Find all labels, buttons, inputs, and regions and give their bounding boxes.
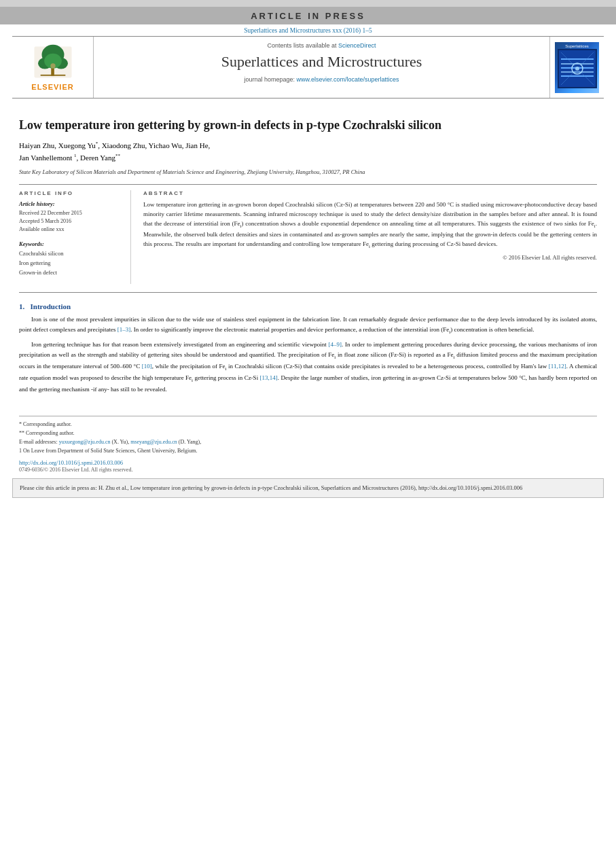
citation-box: Please cite this article in press as: H.… xyxy=(12,478,604,498)
keywords-heading: Keywords: xyxy=(19,240,122,247)
elsevier-tree-icon xyxy=(29,43,77,81)
ref-13-14[interactable]: [13,14] xyxy=(260,374,278,381)
keyword-1: Czochralski silicon xyxy=(19,249,122,259)
introduction-heading: 1. Introduction xyxy=(19,302,597,310)
abstract-text: Low temperature iron gettering in as-gro… xyxy=(143,200,597,250)
footnote-emails: E-mail addresses: yuxuegong@zju.edu.cn (… xyxy=(19,438,597,447)
journal-ref-text: Superlattices and Microstructures xxx (2… xyxy=(244,27,372,34)
journal-ref-line: Superlattices and Microstructures xxx (2… xyxy=(0,24,616,36)
abstract-label: ABSTRACT xyxy=(143,190,597,196)
svg-rect-2 xyxy=(40,75,65,76)
homepage-link[interactable]: www.elsevier.com/locate/superlattices xyxy=(297,76,399,83)
received-date: Received 22 December 2015 xyxy=(19,209,122,217)
elsevier-logo: ELSEVIER xyxy=(29,43,77,91)
ref-1-3[interactable]: [1–3] xyxy=(117,326,131,333)
footnote-1: 1 On Leave from Department of Solid Stat… xyxy=(19,447,597,456)
footnote-corresponding-1: * Corresponding author. xyxy=(19,420,597,429)
superlattices-cover-image: Superlattices xyxy=(555,42,599,93)
elsevier-logo-area: ELSEVIER xyxy=(12,37,94,98)
article-info-abstract-section: ARTICLE INFO Article history: Received 2… xyxy=(19,184,597,284)
accepted-date: Accepted 5 March 2016 xyxy=(19,217,122,226)
svg-point-18 xyxy=(575,67,579,71)
main-content: Low temperature iron gettering by grown-… xyxy=(0,99,616,405)
aip-banner: ARTICLE IN PRESS xyxy=(0,7,616,24)
email-1-person: (X. Yu), xyxy=(111,439,129,445)
journal-center: Contents lists available at ScienceDirec… xyxy=(94,37,549,98)
email-2-person: (D. Yang), xyxy=(179,439,201,445)
doi-line[interactable]: http://dx.doi.org/10.1016/j.spmi.2016.03… xyxy=(19,459,597,466)
citation-text: Please cite this article in press as: H.… xyxy=(20,484,522,491)
email-2-link[interactable]: mseyang@zju.edu.cn xyxy=(130,439,177,445)
abstract-column: ABSTRACT Low temperature iron gettering … xyxy=(143,190,597,284)
superlattices-label: Superlattices xyxy=(565,44,589,49)
contents-prefix: Contents lists available at xyxy=(267,42,338,49)
email-prefix: E-mail addresses: xyxy=(19,439,59,445)
footnotes-area: * Corresponding author. ** Corresponding… xyxy=(19,416,597,455)
copyright-line: © 2016 Elsevier Ltd. All rights reserved… xyxy=(143,254,597,261)
article-title: Low temperature iron gettering by grown-… xyxy=(19,118,597,133)
homepage-prefix: journal homepage: xyxy=(244,76,296,83)
ref-10[interactable]: [10] xyxy=(142,363,152,370)
section-title-text: Introduction xyxy=(31,302,71,310)
intro-para-2: Iron gettering technique has for that re… xyxy=(19,340,597,394)
journal-title: Superlattices and Microstructures xyxy=(101,53,543,71)
contents-line: Contents lists available at ScienceDirec… xyxy=(101,42,543,49)
intro-para-1: Iron is one of the most prevalent impuri… xyxy=(19,315,597,336)
article-info-column: ARTICLE INFO Article history: Received 2… xyxy=(19,190,131,284)
available-online: Available online xxx xyxy=(19,226,122,234)
section-divider xyxy=(19,292,597,293)
aip-banner-text: ARTICLE IN PRESS xyxy=(251,11,365,21)
keyword-2: Iron gettering xyxy=(19,259,122,268)
journal-header: ELSEVIER Contents lists available at Sci… xyxy=(12,36,604,99)
svg-point-7 xyxy=(50,63,55,68)
ref-11-12[interactable]: [11,12] xyxy=(549,363,566,370)
keyword-3: Grown-in defect xyxy=(19,268,122,278)
email-1-link[interactable]: yuxuegong@zju.edu.cn xyxy=(59,439,111,445)
author-affiliation: State Key Laboratory of Silicon Material… xyxy=(19,168,597,177)
history-group: Article history: Received 22 December 20… xyxy=(19,200,122,234)
homepage-line: journal homepage: www.elsevier.com/locat… xyxy=(101,76,543,83)
elsevier-text: ELSEVIER xyxy=(31,83,73,91)
authors: Haiyan Zhu, Xuegong Yu*, Xiaodong Zhu, Y… xyxy=(19,140,597,164)
footnote-corresponding-2: ** Corresponding author. xyxy=(19,429,597,438)
cover-art-icon xyxy=(558,49,597,88)
issn-line: 0749-6036/© 2016 Elsevier Ltd. All right… xyxy=(19,467,597,473)
history-heading: Article history: xyxy=(19,200,122,207)
section-number: 1. xyxy=(19,302,24,310)
article-info-label: ARTICLE INFO xyxy=(19,190,122,196)
doi-link[interactable]: http://dx.doi.org/10.1016/j.spmi.2016.03… xyxy=(19,459,123,466)
journal-logo-area: Superlattices xyxy=(549,37,604,98)
page: ARTICLE IN PRESS Superlattices and Micro… xyxy=(0,7,616,841)
svg-rect-1 xyxy=(51,67,54,76)
ref-4-9[interactable]: [4–9] xyxy=(328,341,342,348)
keywords-group: Keywords: Czochralski silicon Iron gette… xyxy=(19,240,122,277)
contents-link[interactable]: ScienceDirect xyxy=(338,42,376,49)
